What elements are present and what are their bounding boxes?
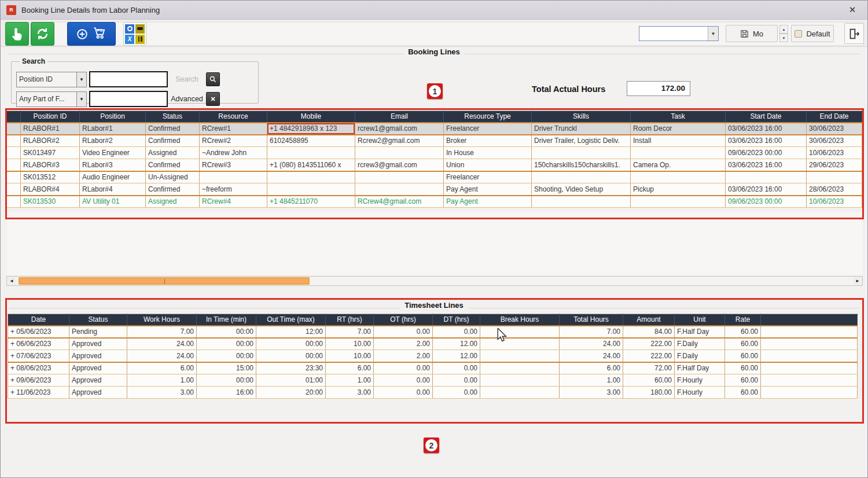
cell[interactable]: 03/06/2023 16:00 bbox=[726, 183, 807, 196]
cell[interactable]: +1 4845211070 bbox=[267, 196, 355, 208]
cell[interactable]: F.Half Day bbox=[675, 326, 725, 338]
row-selector[interactable] bbox=[7, 171, 21, 183]
cell[interactable]: 1.00 bbox=[127, 374, 197, 387]
cell[interactable]: +1 4842918963 x 123 bbox=[267, 123, 355, 135]
cell[interactable]: 30/06/2023 bbox=[807, 135, 862, 147]
cell[interactable]: RLabor#3 bbox=[80, 159, 146, 171]
cell[interactable] bbox=[631, 147, 726, 159]
cell[interactable]: 60.00 bbox=[725, 326, 761, 338]
cell[interactable]: 3.00 bbox=[326, 387, 374, 399]
cell[interactable] bbox=[200, 171, 267, 183]
cell[interactable]: 12.00 bbox=[433, 338, 480, 350]
cell[interactable]: ~freeform bbox=[200, 183, 267, 196]
cell[interactable]: AV Utility 01 bbox=[80, 196, 146, 208]
column-header[interactable]: In Time (min) bbox=[197, 314, 256, 326]
cell[interactable]: 24.00 bbox=[560, 350, 623, 362]
cell[interactable]: 12:00 bbox=[256, 326, 326, 338]
cell[interactable] bbox=[532, 171, 631, 183]
column-header[interactable]: Date bbox=[8, 314, 69, 326]
cell[interactable]: 03/06/2023 16:00 bbox=[726, 135, 807, 147]
cell[interactable]: F.Daily bbox=[675, 338, 725, 350]
cell[interactable] bbox=[480, 387, 560, 399]
column-header[interactable]: Position bbox=[80, 111, 146, 123]
cell[interactable] bbox=[726, 171, 807, 183]
cell[interactable] bbox=[480, 362, 560, 374]
cell[interactable] bbox=[532, 147, 631, 159]
cell[interactable] bbox=[532, 196, 631, 208]
cell[interactable]: Un-Assigned bbox=[146, 171, 200, 183]
cell[interactable]: 0.00 bbox=[374, 362, 433, 374]
cell[interactable]: RCrew#2 bbox=[200, 135, 267, 147]
cell[interactable]: ~Andrew John bbox=[200, 147, 267, 159]
cell[interactable]: 10/06/2023 bbox=[807, 147, 862, 159]
table-row[interactable]: SK013512Audio EngineerUn-AssignedFreelan… bbox=[7, 171, 862, 183]
search-button[interactable]: Search bbox=[168, 75, 206, 83]
cell[interactable]: F.Hourly bbox=[675, 374, 725, 387]
row-selector[interactable] bbox=[7, 135, 21, 147]
cell[interactable]: 6.00 bbox=[326, 362, 374, 374]
cell[interactable]: Confirmed bbox=[146, 159, 200, 171]
cell[interactable]: Audio Engineer bbox=[80, 171, 146, 183]
apps-grid-button[interactable]: X bbox=[123, 22, 146, 46]
column-header[interactable]: Out Time (max) bbox=[256, 314, 326, 326]
column-header[interactable] bbox=[761, 314, 858, 326]
cell[interactable]: 1.00 bbox=[560, 374, 623, 387]
cell[interactable]: Pay Agent bbox=[444, 183, 532, 196]
cell[interactable]: Assigned bbox=[146, 147, 200, 159]
cell[interactable]: 84.00 bbox=[623, 326, 675, 338]
table-row[interactable]: + 06/06/2023Approved24.0000:0000:0010.00… bbox=[8, 338, 858, 350]
refresh-button[interactable] bbox=[31, 22, 54, 46]
cell[interactable]: Union bbox=[444, 159, 532, 171]
cell[interactable]: Pickup bbox=[631, 183, 726, 196]
column-header[interactable]: Task bbox=[631, 111, 726, 123]
cell[interactable]: RCrew#4 bbox=[200, 196, 267, 208]
scrollbar-thumb[interactable] bbox=[19, 277, 310, 285]
cell[interactable]: 20:00 bbox=[256, 387, 326, 399]
cell[interactable] bbox=[480, 374, 560, 387]
chevron-down-icon[interactable]: ▼ bbox=[76, 92, 86, 106]
cell[interactable] bbox=[355, 147, 444, 159]
cell[interactable]: Room Decor bbox=[631, 123, 726, 135]
cell[interactable]: Freelancer bbox=[444, 123, 532, 135]
cell[interactable] bbox=[267, 171, 355, 183]
cell[interactable] bbox=[480, 326, 560, 338]
cell[interactable]: Shooting, Video Setup bbox=[532, 183, 631, 196]
cell[interactable]: Confirmed bbox=[146, 135, 200, 147]
cell[interactable]: + 05/06/2023 bbox=[8, 326, 69, 338]
row-selector[interactable] bbox=[7, 159, 21, 171]
cell[interactable]: 0.00 bbox=[374, 387, 433, 399]
cell[interactable]: RLabor#2 bbox=[80, 135, 146, 147]
cell[interactable] bbox=[761, 387, 858, 399]
cell[interactable]: 24.00 bbox=[127, 350, 197, 362]
column-header[interactable]: Unit bbox=[675, 314, 725, 326]
cell[interactable]: Install bbox=[631, 135, 726, 147]
cell[interactable]: 2.00 bbox=[374, 338, 433, 350]
cell[interactable]: 60.00 bbox=[725, 374, 761, 387]
column-header[interactable]: RT (hrs) bbox=[326, 314, 374, 326]
clear-search-button[interactable]: ✕ bbox=[206, 92, 220, 106]
cell[interactable]: 150charskills150charskills1. bbox=[532, 159, 631, 171]
cell[interactable]: 0.00 bbox=[433, 362, 480, 374]
cell[interactable]: + 09/06/2023 bbox=[8, 374, 69, 387]
column-header[interactable]: Work Hours bbox=[127, 314, 197, 326]
cell[interactable]: Confirmed bbox=[146, 183, 200, 196]
cell[interactable] bbox=[761, 350, 858, 362]
table-row[interactable]: SK013497Video EngineerAssigned~Andrew Jo… bbox=[7, 147, 862, 159]
row-selector[interactable] bbox=[7, 196, 21, 208]
table-row[interactable]: + 08/06/2023Approved6.0015:0023:306.000.… bbox=[8, 362, 858, 374]
cell[interactable]: 28/06/2023 bbox=[807, 183, 862, 196]
cell[interactable]: F.Half Day bbox=[675, 362, 725, 374]
cell[interactable]: 00:00 bbox=[197, 374, 256, 387]
cell[interactable]: 6102458895 bbox=[267, 135, 355, 147]
table-row[interactable]: RLABOR#3RLabor#3ConfirmedRCrew#3+1 (080)… bbox=[7, 159, 862, 171]
cell[interactable]: 10.00 bbox=[326, 338, 374, 350]
select-mode-button[interactable] bbox=[5, 22, 29, 46]
cell[interactable]: RLABOR#4 bbox=[21, 183, 80, 196]
cell[interactable]: Driver Trunckl bbox=[532, 123, 631, 135]
cell[interactable]: 60.00 bbox=[623, 374, 675, 387]
column-header[interactable]: Break Hours bbox=[480, 314, 560, 326]
cell[interactable]: Approved bbox=[69, 338, 127, 350]
cell[interactable]: Approved bbox=[69, 374, 127, 387]
column-header[interactable]: Total Hours bbox=[560, 314, 623, 326]
table-row[interactable]: + 07/06/2023Approved24.0000:0000:0010.00… bbox=[8, 350, 858, 362]
